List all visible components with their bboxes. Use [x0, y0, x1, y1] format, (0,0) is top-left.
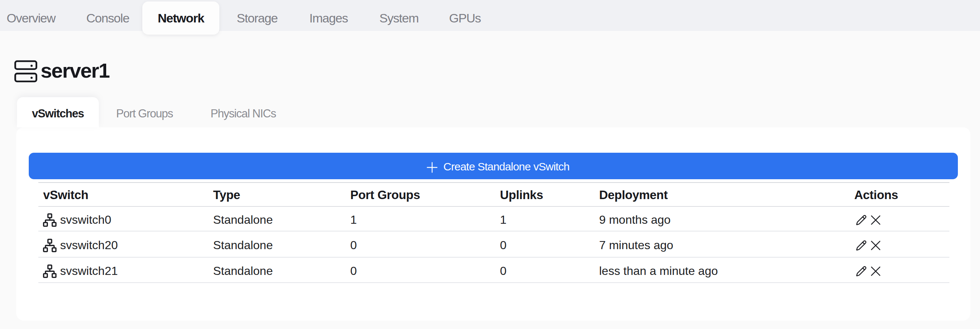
- vswitch-port-groups: 0: [345, 257, 495, 283]
- vswitch-deployment: less than a minute ago: [594, 257, 850, 283]
- page-title: server1: [41, 60, 110, 82]
- col-header-deployment: Deployment: [594, 182, 850, 206]
- delete-x-icon[interactable]: [870, 266, 881, 276]
- tab-images[interactable]: Images: [309, 1, 348, 35]
- table-row: svswitch0 Standalone 1 1 9 months ago: [38, 206, 950, 231]
- vswitch-table: vSwitch Type Port Groups Uplinks Deploym…: [38, 182, 950, 283]
- create-vswitch-button-label: Create Standalone vSwitch: [444, 160, 570, 173]
- network-icon: [42, 238, 57, 253]
- table-row: svswitch21 Standalone 0 0 less than a mi…: [38, 257, 950, 283]
- vswitch-name: svswitch20: [60, 239, 118, 252]
- vswitch-uplinks: 1: [495, 206, 594, 231]
- network-icon: [42, 264, 57, 278]
- vswitch-name: svswitch21: [60, 264, 118, 278]
- edit-pencil-icon[interactable]: [856, 266, 867, 277]
- table-header-row: vSwitch Type Port Groups Uplinks Deploym…: [38, 182, 950, 206]
- delete-x-icon[interactable]: [870, 215, 881, 225]
- col-header-port-groups: Port Groups: [345, 182, 495, 206]
- vswitch-uplinks: 0: [495, 231, 594, 257]
- edit-pencil-icon[interactable]: [856, 240, 867, 251]
- vswitch-deployment: 7 minutes ago: [594, 231, 850, 257]
- vswitch-deployment: 9 months ago: [594, 206, 850, 231]
- tab-storage[interactable]: Storage: [237, 1, 278, 35]
- server-stack-icon: [14, 60, 37, 82]
- network-icon: [42, 213, 57, 228]
- subtab-vswitches[interactable]: vSwitches: [17, 97, 99, 127]
- content-card: Create Standalone vSwitch vSwitch Type P…: [16, 127, 970, 321]
- delete-x-icon[interactable]: [870, 240, 881, 251]
- tab-network[interactable]: Network: [142, 1, 220, 35]
- create-vswitch-button[interactable]: Create Standalone vSwitch: [29, 153, 958, 179]
- col-header-type: Type: [208, 182, 345, 206]
- table-row: svswitch20 Standalone 0 0 7 minutes ago: [38, 231, 950, 257]
- tab-overview[interactable]: Overview: [6, 1, 55, 35]
- edit-pencil-icon[interactable]: [856, 215, 867, 226]
- col-header-vswitch: vSwitch: [38, 182, 208, 206]
- vswitch-name: svswitch0: [60, 213, 111, 227]
- subtab-port-groups[interactable]: Port Groups: [116, 97, 173, 127]
- subtab-physical-nics[interactable]: Physical NICs: [210, 97, 276, 127]
- tab-system[interactable]: System: [379, 1, 418, 35]
- tab-gpus[interactable]: GPUs: [449, 1, 481, 35]
- vswitch-uplinks: 0: [495, 257, 594, 283]
- plus-icon: [426, 161, 438, 173]
- vswitch-port-groups: 1: [345, 206, 495, 231]
- vswitch-port-groups: 0: [345, 231, 495, 257]
- vswitch-type: Standalone: [208, 257, 345, 283]
- tab-console[interactable]: Console: [86, 1, 129, 35]
- col-header-uplinks: Uplinks: [495, 182, 594, 206]
- col-header-actions: Actions: [850, 182, 950, 206]
- vswitch-type: Standalone: [208, 206, 345, 231]
- vswitch-type: Standalone: [208, 231, 345, 257]
